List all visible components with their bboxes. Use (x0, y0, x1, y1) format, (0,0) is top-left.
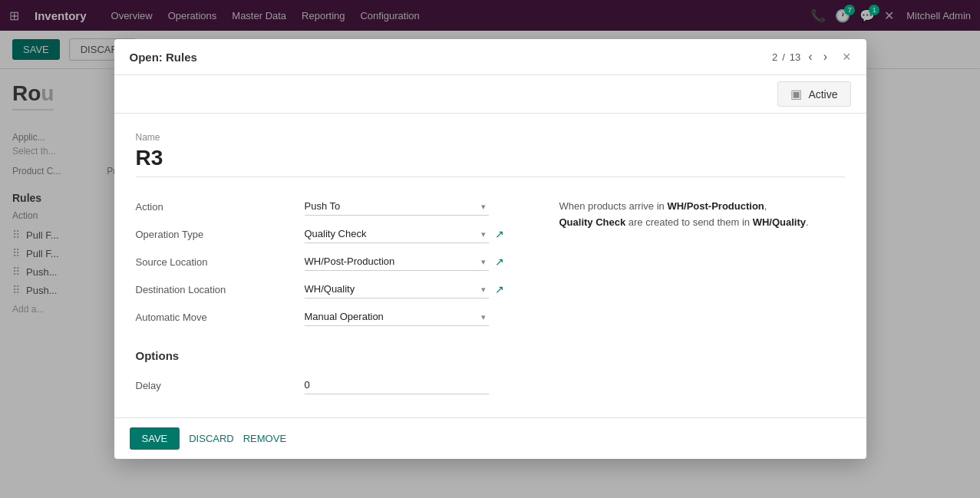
destination-location-select-wrapper: WH/Quality ▾ (305, 280, 489, 298)
modal-title: Open: Rules (130, 51, 197, 64)
options-grid: Delay (136, 371, 845, 399)
modal-remove-button[interactable]: REMOVE (243, 433, 286, 444)
pagination-total: 13 (790, 51, 800, 63)
modal-save-button[interactable]: SAVE (130, 427, 180, 450)
modal-header: Open: Rules 2 / 13 ‹ › × (114, 39, 866, 75)
action-label: Action (136, 193, 305, 220)
destination-location-select[interactable]: WH/Quality (305, 280, 489, 298)
delay-field (305, 371, 845, 399)
modal-status-bar: ▣ Active (114, 75, 866, 114)
delay-label: Delay (136, 371, 305, 399)
pagination-sep: / (782, 51, 785, 63)
automatic-move-field: Manual Operation Automatic No Step Added… (305, 303, 504, 331)
modal-dialog: Open: Rules 2 / 13 ‹ › × ▣ Active Name (114, 39, 866, 459)
options-title: Options (136, 349, 845, 362)
operation-type-field: Quality Check ▾ ↗ (305, 220, 504, 248)
modal-overlay: Open: Rules 2 / 13 ‹ › × ▣ Active Name (0, 0, 980, 498)
info-part3: are created to send them in (625, 216, 752, 228)
status-icon: ▣ (790, 87, 802, 101)
pagination-next[interactable]: › (820, 48, 830, 65)
source-location-field: WH/Post-Production ▾ ↗ (305, 248, 504, 275)
status-label: Active (808, 88, 837, 101)
options-section: Options Delay (136, 349, 845, 399)
status-badge[interactable]: ▣ Active (777, 81, 850, 107)
modal-body: Name R3 Action Push To Pull From (114, 114, 866, 417)
body-columns: Action Push To Pull From Push & Pull ▾ (136, 193, 845, 331)
name-field-label: Name (136, 132, 845, 143)
operation-type-select[interactable]: Quality Check (305, 225, 489, 243)
delay-input[interactable] (305, 376, 489, 394)
action-select[interactable]: Push To Pull From Push & Pull (305, 197, 489, 216)
destination-location-field: WH/Quality ▾ ↗ (305, 275, 504, 303)
source-location-external-link[interactable]: ↗ (495, 256, 504, 268)
info-bold3: WH/Quality (753, 216, 806, 228)
destination-location-label: Destination Location (136, 275, 305, 303)
destination-location-external-link[interactable]: ↗ (495, 283, 504, 295)
pagination-prev[interactable]: ‹ (805, 48, 815, 65)
source-location-select-wrapper: WH/Post-Production ▾ (305, 252, 489, 271)
pagination-current: 2 (772, 51, 777, 63)
action-field: Push To Pull From Push & Pull ▾ (305, 193, 504, 220)
source-location-label: Source Location (136, 248, 305, 275)
modal-discard-button[interactable]: DISCARD (189, 433, 234, 444)
automatic-move-label: Automatic Move (136, 303, 305, 331)
automatic-move-select-wrapper: Manual Operation Automatic No Step Added… (305, 308, 489, 326)
operation-type-external-link[interactable]: ↗ (495, 228, 504, 240)
op-type-select-wrapper: Quality Check ▾ (305, 225, 489, 243)
info-bold2: Quality Check (559, 216, 626, 228)
modal-close-button[interactable]: × (843, 50, 851, 64)
info-part1: When products arrive in (559, 200, 668, 212)
info-part2: , (764, 200, 767, 212)
modal-footer: SAVE DISCARD REMOVE (114, 417, 866, 459)
automatic-move-select[interactable]: Manual Operation Automatic No Step Added… (305, 308, 489, 326)
name-field-value[interactable]: R3 (136, 146, 845, 177)
info-bold1: WH/Post-Production (667, 200, 764, 212)
pagination: 2 / 13 ‹ › (772, 48, 830, 65)
operation-type-label: Operation Type (136, 220, 305, 248)
source-location-select[interactable]: WH/Post-Production (305, 252, 489, 271)
info-part4: . (806, 216, 809, 228)
form-fields: Action Push To Pull From Push & Pull ▾ (136, 193, 504, 331)
action-select-wrapper: Push To Pull From Push & Pull ▾ (305, 197, 489, 216)
form-grid: Action Push To Pull From Push & Pull ▾ (136, 193, 504, 331)
info-box: When products arrive in WH/Post-Producti… (559, 199, 845, 331)
